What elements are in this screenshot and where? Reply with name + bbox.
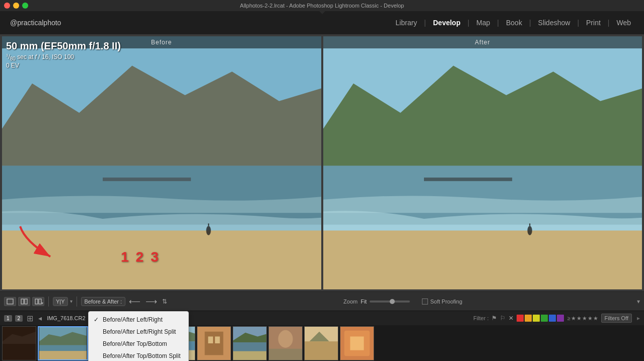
- filters-off-dropdown[interactable]: Filters Off: [601, 314, 632, 323]
- svg-rect-12: [323, 230, 642, 289]
- nav-print[interactable]: Print: [583, 17, 604, 29]
- flag-icon[interactable]: ⚑: [491, 315, 497, 322]
- lens-name: 50 mm (EF50mm f/1.8 II): [6, 40, 121, 52]
- after-label-tag: After: [323, 36, 642, 48]
- star-3[interactable]: ★: [582, 315, 587, 322]
- right-panel-expand-button[interactable]: ▾: [637, 298, 640, 305]
- after-image: [323, 36, 642, 289]
- svg-rect-45: [233, 342, 266, 352]
- blue-filter[interactable]: [549, 315, 556, 322]
- toolbar: ▾ Y|Y ▾ Before & After : ⟵ ⟵ ⇅ Before/Af…: [0, 291, 644, 311]
- minimize-button[interactable]: [13, 3, 19, 9]
- maximize-button[interactable]: [22, 3, 28, 9]
- svg-rect-5: [103, 177, 191, 181]
- title-bar: Allphotos-2-2.lrcat - Adobe Photoshop Li…: [0, 0, 644, 11]
- filmstrip-prev-button[interactable]: ◂: [36, 313, 44, 323]
- nav-book[interactable]: Book: [503, 17, 525, 29]
- ba-sync-button[interactable]: ⇅: [161, 298, 169, 305]
- unflag-icon[interactable]: ⚐: [500, 315, 506, 322]
- dropdown-item-top-bottom-split[interactable]: Before/After Top/Bottom Split: [89, 350, 188, 361]
- filmstrip-thumb-10[interactable]: [340, 326, 374, 360]
- before-after-label[interactable]: Before & After :: [81, 297, 126, 306]
- filmstrip-thumb-8[interactable]: [268, 326, 303, 360]
- nav-sep-4: |: [525, 19, 535, 27]
- before-after-section: Before & After : ⟵ ⟵ ⇅: [81, 296, 169, 306]
- split-view-icon: [21, 298, 28, 305]
- zoom-label: Zoom: [343, 298, 357, 305]
- dropdown-item-top-bottom[interactable]: Before/After Top/Bottom: [89, 338, 188, 350]
- thumb-6-img: [197, 327, 231, 360]
- color-filter-boxes: [517, 315, 564, 322]
- exposure-info: 1/80 sec at f / 16, ISO 100: [6, 53, 121, 62]
- window-controls[interactable]: [4, 3, 28, 9]
- after-photo-svg: [323, 36, 642, 289]
- star-gte-icon[interactable]: ≥: [567, 315, 570, 322]
- close-button[interactable]: [4, 3, 10, 9]
- ba-right-arrow-button[interactable]: ⟵: [144, 296, 159, 306]
- thumb-9-img: [305, 327, 338, 360]
- filter-label: Filter :: [473, 315, 489, 321]
- zoom-value[interactable]: Fit: [361, 298, 367, 305]
- zoom-knob[interactable]: [390, 299, 395, 304]
- filmstrip-thumb-9[interactable]: [304, 326, 338, 360]
- content-area: 50 mm (EF50mm f/1.8 II) 1/80 sec at f / …: [0, 34, 644, 361]
- single-view-button[interactable]: [4, 297, 16, 306]
- green-filter[interactable]: [541, 315, 548, 322]
- filmstrip-grid-button[interactable]: ⊞: [27, 314, 33, 323]
- after-label-text: After: [475, 39, 490, 46]
- nav-map[interactable]: Map: [473, 17, 493, 29]
- split-view-down-button[interactable]: ▾: [32, 297, 44, 306]
- star-filter: ≥ ★ ★ ★ ★ ★: [567, 315, 598, 322]
- split-view-button[interactable]: [18, 297, 30, 306]
- metadata-overlay: 50 mm (EF50mm f/1.8 II) 1/80 sec at f / …: [6, 40, 121, 69]
- purple-filter[interactable]: [557, 315, 564, 322]
- star-1[interactable]: ★: [571, 315, 576, 322]
- dropdown-item-left-right-split[interactable]: Before/After Left/Right Split: [89, 326, 188, 338]
- dropdown-item-left-right[interactable]: Before/After Left/Right: [89, 314, 188, 326]
- image-section: 50 mm (EF50mm f/1.8 II) 1/80 sec at f / …: [0, 34, 644, 291]
- filmstrip-thumb-1[interactable]: [2, 326, 36, 360]
- ev-info: 0 EV: [6, 62, 121, 69]
- dropdown-item-left-right-label: Before/After Left/Right: [103, 316, 163, 323]
- nav-sep-1: |: [420, 19, 430, 27]
- filmstrip-thumb-2[interactable]: [38, 326, 88, 360]
- filmstrip-expand-button[interactable]: ▸: [637, 315, 640, 322]
- svg-rect-41: [208, 336, 213, 343]
- filmstrip-page-2[interactable]: 2: [15, 315, 23, 322]
- before-photo-svg: [2, 36, 321, 289]
- dropdown-item-top-bottom-split-label: Before/After Top/Bottom Split: [103, 352, 181, 359]
- zoom-slider[interactable]: [370, 300, 410, 303]
- svg-rect-49: [269, 348, 302, 359]
- yy-dropdown-arrow[interactable]: ▾: [70, 298, 73, 304]
- star-2[interactable]: ★: [577, 315, 582, 322]
- nav-web[interactable]: Web: [613, 17, 634, 29]
- reject-icon[interactable]: ✕: [509, 315, 514, 322]
- yellow-filter[interactable]: [533, 315, 540, 322]
- svg-point-6: [206, 226, 210, 235]
- orange-filter[interactable]: [525, 315, 532, 322]
- filmstrip-thumb-6[interactable]: [197, 326, 231, 360]
- filter-section: Filter : ⚑ ⚐ ✕ ≥ ★ ★: [473, 314, 640, 323]
- filename-label: IMG_7618.CR2: [47, 315, 85, 321]
- red-filter[interactable]: [517, 315, 524, 322]
- thumb-7-img: [233, 327, 266, 360]
- nav-develop[interactable]: Develop: [430, 17, 463, 29]
- soft-proof-checkbox[interactable]: [422, 298, 428, 305]
- svg-rect-4: [2, 230, 321, 289]
- star-5[interactable]: ★: [593, 315, 598, 322]
- zoom-section: Zoom Fit: [343, 298, 410, 305]
- nav-slideshow[interactable]: Slideshow: [535, 17, 574, 29]
- svg-rect-55: [350, 336, 364, 350]
- nav-sep-6: |: [604, 19, 614, 27]
- nav-library[interactable]: Library: [393, 17, 420, 29]
- star-4[interactable]: ★: [588, 315, 593, 322]
- filmstrip-page-1[interactable]: 1: [4, 315, 12, 322]
- yy-button[interactable]: Y|Y: [53, 297, 68, 306]
- filmstrip-thumb-7[interactable]: [233, 326, 267, 360]
- ba-left-arrow-button[interactable]: ⟵: [127, 296, 142, 306]
- brand-label: @practicalphoto: [10, 19, 61, 27]
- dropdown-arrow-icon: ▾: [41, 301, 43, 306]
- svg-rect-18: [21, 299, 24, 304]
- svg-rect-17: [7, 299, 13, 304]
- dropdown-item-left-right-split-label: Before/After Left/Right Split: [103, 328, 176, 335]
